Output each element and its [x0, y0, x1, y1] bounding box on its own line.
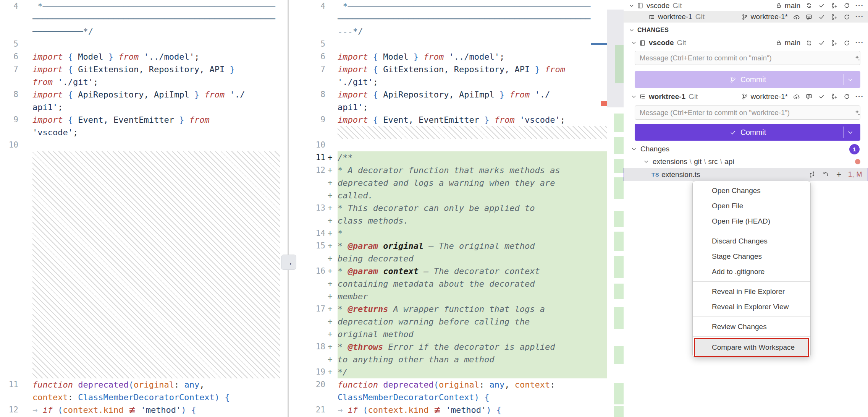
comment-icon[interactable] — [805, 92, 813, 101]
menu-separator — [693, 316, 810, 317]
folder-path-segment: extensions — [653, 157, 687, 166]
sparkle-icon[interactable] — [853, 54, 861, 62]
refresh-icon[interactable] — [842, 92, 851, 101]
diff-editor-original-pane[interactable]: 4 *─────────────────────────────────────… — [0, 0, 288, 417]
file-row-extension-ts[interactable]: TS extension.ts + 1, M — [624, 168, 868, 181]
repo-section-worktree-1[interactable]: worktree-1 Git worktree-1* ··· — [624, 91, 868, 102]
changes-section-header[interactable]: CHANGES — [624, 24, 868, 36]
more-icon[interactable]: ··· — [855, 39, 863, 47]
code-row: ────────────────────────────────────────… — [0, 13, 288, 25]
code-line-text: * @param original — The original method — [338, 240, 535, 252]
branch-indicator[interactable]: main — [775, 39, 800, 47]
cloud-icon[interactable] — [792, 13, 800, 21]
check-icon[interactable] — [817, 92, 826, 101]
refresh-icon[interactable] — [842, 2, 851, 10]
code-row: +to anything other than a method — [289, 353, 607, 366]
worktree-icon — [647, 13, 656, 21]
line-number: 12 — [0, 404, 18, 416]
code-row: 13+* This decorator can only be applied … — [289, 202, 607, 214]
menu-item-discard-changes[interactable]: Discard Changes — [693, 234, 810, 249]
code-row: 6import { Model } from '../model'; — [289, 50, 607, 63]
branch-indicator[interactable]: worktree-1* — [741, 92, 788, 101]
menu-item-compare-with-workspace[interactable]: Compare with Workspace — [695, 339, 808, 356]
code-row: './git'; — [289, 76, 607, 88]
check-icon[interactable] — [817, 39, 826, 47]
diff-added-mark — [614, 177, 624, 199]
check-icon[interactable] — [817, 2, 826, 10]
code-line-text: context: ClassMemberDecoratorContext) { — [32, 391, 230, 404]
sparkle-icon[interactable] — [853, 108, 861, 117]
code-line-text: from './git'; — [32, 76, 98, 88]
code-line-text: deprecated and logs a warning when they … — [338, 177, 555, 189]
code-line-text: function deprecated(original: any, conte… — [338, 378, 555, 391]
branch-indicator[interactable]: worktree-1* — [741, 13, 788, 21]
repo-icon — [636, 2, 644, 10]
refresh-icon[interactable] — [842, 39, 851, 47]
code-line-text: original method — [338, 328, 414, 341]
more-icon[interactable]: ··· — [855, 92, 863, 101]
code-line-text: /** — [338, 151, 353, 164]
branch-icon — [741, 92, 749, 101]
menu-item-open-changes[interactable]: Open Changes — [693, 183, 810, 198]
folder-row-extensions-git-src-api[interactable]: extensions\git\src\api — [624, 156, 868, 168]
commit-message-input-vscode[interactable] — [635, 51, 860, 65]
code-row: 7import { GitExtension, Repository, API … — [289, 63, 607, 76]
menu-item-review-changes[interactable]: Review Changes — [693, 319, 810, 334]
sync-icon[interactable] — [805, 2, 813, 10]
sync-icon[interactable] — [805, 39, 813, 47]
more-icon[interactable]: ··· — [855, 2, 863, 10]
commit-button-vscode[interactable]: Commit — [635, 71, 860, 88]
check-icon[interactable] — [817, 13, 826, 21]
menu-item-stage-changes[interactable]: Stage Changes — [693, 249, 810, 264]
plus-icon[interactable]: + — [835, 170, 843, 179]
branch-name: main — [785, 2, 800, 10]
overview-cursor-mark — [591, 43, 607, 45]
discard-icon[interactable] — [821, 170, 830, 179]
branch-indicator[interactable]: main — [775, 2, 800, 10]
code-line-text: */ — [338, 366, 348, 378]
menu-separator — [693, 336, 810, 337]
diff-added-gutter-mark: + — [328, 151, 336, 164]
context-menu: Open ChangesOpen FileOpen File (HEAD)Dis… — [692, 181, 811, 357]
branch-name: worktree-1* — [751, 13, 788, 21]
commit-button-worktree-1[interactable]: Commit — [635, 124, 860, 141]
line-number: 7 — [0, 63, 18, 76]
cloud-icon[interactable] — [792, 92, 800, 101]
chevron-down-icon[interactable] — [846, 128, 854, 136]
commit-message-input-worktree-1[interactable] — [635, 105, 860, 120]
repo-row-worktree-1[interactable]: worktree-1 Git worktree-1* ··· — [624, 11, 868, 23]
code-line-text: member — [338, 290, 368, 303]
menu-item-open-file[interactable]: Open File — [693, 198, 810, 214]
line-number: 6 — [0, 50, 18, 63]
compare-icon[interactable] — [808, 170, 816, 179]
overview-ruler[interactable] — [607, 0, 624, 417]
button-divider — [843, 74, 844, 85]
code-line-text: *───────────────────────────────────────… — [32, 0, 275, 13]
diff-added-gutter-mark: + — [328, 265, 336, 277]
create-branch-icon[interactable] — [830, 13, 838, 21]
line-number: 11 — [289, 151, 325, 164]
menu-item-reveal-in-file-explorer[interactable]: Reveal in File Explorer — [693, 284, 810, 299]
create-branch-icon[interactable] — [830, 2, 838, 10]
chevron-down-icon[interactable] — [846, 75, 854, 84]
repo-row-vscode[interactable]: vscode Git main ··· — [624, 0, 868, 11]
create-branch-icon[interactable] — [830, 92, 838, 101]
diff-added-gutter-mark: + — [328, 252, 336, 265]
refresh-icon[interactable] — [842, 13, 851, 21]
menu-item-add-to-gitignore[interactable]: Add to .gitignore — [693, 264, 810, 279]
changes-tree-root[interactable]: Changes 1 — [624, 143, 868, 155]
menu-item-reveal-in-explorer-view[interactable]: Reveal in Explorer View — [693, 299, 810, 315]
code-line-text: ---*/ — [338, 25, 363, 38]
chevron-down-icon — [630, 145, 638, 153]
more-icon[interactable]: ··· — [855, 13, 863, 21]
repo-section-vscode[interactable]: vscode Git main ··· — [624, 37, 868, 49]
create-branch-icon[interactable] — [830, 39, 838, 47]
line-number: 4 — [289, 0, 325, 13]
diff-editor-modified-pane[interactable]: 4 *─────────────────────────────────────… — [289, 0, 607, 417]
revert-arrow-button[interactable]: → — [281, 255, 296, 270]
menu-item-open-file-head[interactable]: Open File (HEAD) — [693, 214, 810, 229]
code-line-text: './git'; — [338, 76, 378, 88]
code-row: 10 — [0, 139, 288, 151]
comment-icon[interactable] — [805, 13, 813, 21]
diff-editor-sash[interactable] — [288, 0, 289, 417]
